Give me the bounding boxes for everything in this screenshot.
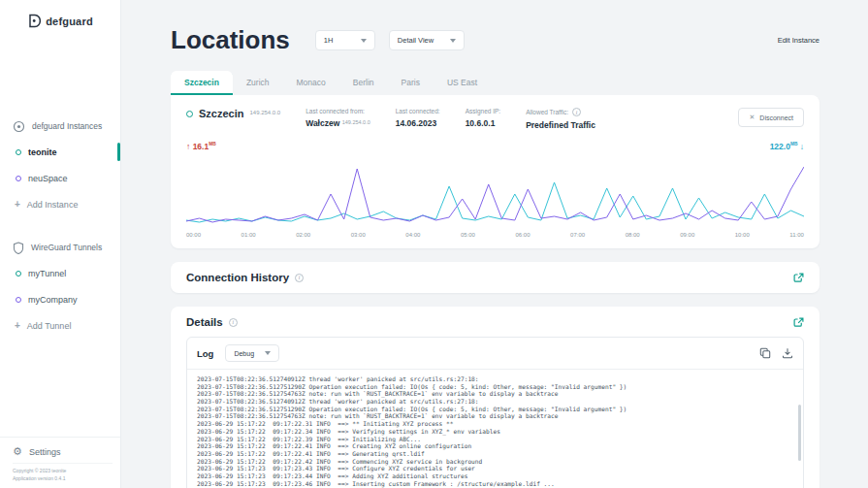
period-select[interactable]: 1H (315, 30, 375, 50)
last-connected-from-field: Last connected from: Wałczew 149.254.0.0 (305, 108, 370, 128)
traffic-chart (186, 153, 804, 229)
sidebar-item-teonite[interactable]: teonite (0, 139, 120, 165)
download-log-button[interactable] (782, 347, 793, 359)
version-line: Application version 0.4.1 (13, 474, 113, 482)
log-level-select[interactable]: Debug (225, 344, 279, 362)
plus-icon: + (15, 320, 20, 331)
tab-paris[interactable]: Paris (388, 71, 434, 95)
location-network: 149.254.0.0 (249, 110, 280, 115)
active-indicator (117, 143, 120, 161)
view-select[interactable]: Detail View (389, 30, 465, 50)
page-header: Locations 1H Detail View Edit Instance (171, 25, 820, 55)
sidebar-item-label: myTunnel (28, 269, 66, 278)
sidebar-item-label: neuSpace (28, 174, 68, 183)
field-value-ip: 149.254.0.0 (342, 119, 370, 125)
log-toolbar: Log Debug (187, 338, 803, 370)
info-icon[interactable]: i (295, 274, 304, 282)
app-logo-text: defguard (46, 16, 93, 27)
tunnel-status-icon (16, 297, 21, 303)
tab-szczecin[interactable]: Szczecin (171, 71, 233, 95)
details-title: Details (186, 316, 223, 328)
location-tabs: Szczecin Zurich Monaco Berlin Paris US E… (171, 71, 820, 95)
upload-arrow-icon: ↑ (186, 142, 190, 151)
field-value: 14.06.2023 (396, 118, 440, 128)
field-label: Allowed Traffic: i (526, 108, 595, 116)
field-value: Wałczew 149.254.0.0 (305, 118, 370, 128)
period-select-value: 1H (324, 36, 334, 45)
field-label: Last connected from: (305, 108, 370, 114)
expand-details-button[interactable] (793, 317, 804, 328)
log-level-value: Debug (234, 350, 254, 357)
log-panel: Log Debug 2023-07-15T08:2 (186, 337, 804, 488)
chart-line-upload (186, 167, 804, 222)
field-value: 10.6.0.1 (466, 118, 501, 128)
download-total: 122.0MB ↓ (770, 142, 804, 151)
field-value: Predefined Traffic (526, 120, 595, 130)
log-label: Log (197, 348, 213, 359)
settings-label: Settings (29, 447, 61, 457)
tab-zurich[interactable]: Zurich (233, 71, 283, 95)
sidebar-item-neuspace[interactable]: neuSpace (0, 165, 120, 191)
sidebar-item-mytunnel[interactable]: myTunnel (0, 260, 120, 286)
add-instance-label: Add Instance (27, 200, 79, 210)
last-connected-field: Last connected: 14.06.2023 (396, 108, 440, 128)
copyright-line: Copyright © 2023 teonite (13, 467, 113, 474)
allowed-traffic-field: Allowed Traffic: i Predefined Traffic (526, 108, 595, 130)
sidebar-section-label: defguard Instances (32, 121, 102, 131)
connection-history-title: Connection History (186, 272, 289, 283)
view-select-value: Detail View (398, 36, 434, 45)
add-tunnel-button[interactable]: + Add Tunnel (0, 312, 120, 339)
log-output: 2023-07-15T08:22:36.512740912Z thread 'w… (187, 370, 803, 488)
sidebar-item-mycompany[interactable]: myCompany (0, 286, 120, 312)
disconnect-label: Disconnect (759, 114, 793, 121)
copyright: Copyright © 2023 teonite Application ver… (13, 463, 113, 482)
app-logo: defguard (0, 14, 120, 28)
settings-button[interactable]: ⚙ Settings (0, 437, 120, 457)
copy-log-button[interactable] (759, 347, 771, 359)
download-arrow-icon: ↓ (800, 142, 804, 151)
connection-status-icon (186, 111, 193, 117)
instances-icon (13, 120, 25, 133)
traffic-summary: ↑ 16.1MB 122.0MB ↓ (171, 130, 820, 151)
field-label: Assigned IP: (466, 108, 501, 114)
expand-icon (793, 273, 804, 283)
sidebar-item-label: teonite (28, 147, 57, 157)
sidebar-section-tunnels: WireGuard Tunnels (0, 235, 120, 260)
tab-berlin[interactable]: Berlin (339, 71, 388, 95)
assigned-ip-field: Assigned IP: 10.6.0.1 (466, 108, 501, 128)
tab-us-east[interactable]: US East (434, 71, 491, 95)
location-name: Szczecin (199, 108, 243, 119)
chart-x-axis: 00:0001:00 02:0003:00 04:0005:00 06:0007… (171, 229, 820, 248)
upload-total: ↑ 16.1MB (186, 142, 216, 151)
connection-history-card: Connection History i (171, 262, 820, 293)
log-body: 2023-07-15T08:22:36.512740912Z thread 'w… (187, 370, 803, 488)
info-icon[interactable]: i (572, 108, 581, 116)
info-icon[interactable]: i (229, 318, 238, 327)
tab-monaco[interactable]: Monaco (283, 71, 339, 95)
sidebar-section-label: WireGuard Tunnels (31, 243, 102, 252)
page-title: Locations (171, 25, 290, 55)
close-icon: ✕ (749, 114, 755, 121)
sidebar-section-instances: defguard Instances (0, 114, 120, 139)
main-content: Locations 1H Detail View Edit Instance S… (122, 0, 868, 488)
expand-connection-history-button[interactable] (793, 273, 804, 283)
traffic-chart-wrap (171, 151, 820, 229)
log-scrollbar[interactable] (798, 405, 801, 461)
edit-instance-button[interactable]: Edit Instance (778, 36, 820, 45)
chevron-down-icon (265, 351, 271, 355)
plus-icon: + (15, 199, 20, 210)
defguard-logo-icon (27, 14, 41, 28)
shield-icon (13, 242, 24, 254)
expand-icon (793, 317, 804, 328)
chevron-down-icon (450, 39, 456, 43)
location-name-block: Szczecin 149.254.0.0 (186, 108, 280, 119)
gear-icon: ⚙ (13, 446, 22, 457)
instance-status-icon (16, 176, 21, 181)
sidebar: defguard defguard Instances teonite neuS… (0, 0, 121, 488)
disconnect-button[interactable]: ✕ Disconnect (738, 108, 804, 127)
sidebar-item-label: myCompany (28, 295, 78, 305)
location-card: Szczecin 149.254.0.0 Last connected from… (171, 95, 820, 248)
add-instance-button[interactable]: + Add Instance (0, 191, 120, 217)
chevron-down-icon (361, 39, 367, 43)
tunnel-status-icon (16, 271, 21, 277)
